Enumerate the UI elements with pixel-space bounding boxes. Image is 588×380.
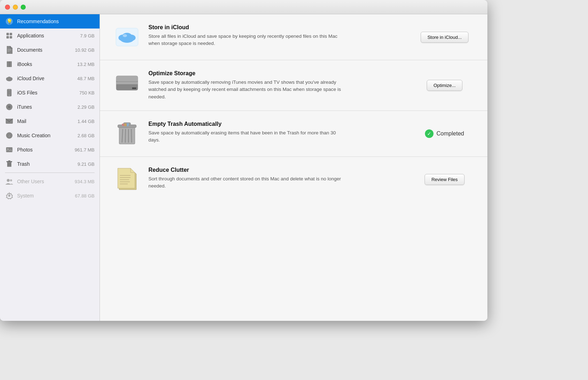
sidebar-size-icloud-drive: 48.7 MB	[77, 76, 95, 81]
reduce-clutter-action: Review Files	[416, 174, 473, 185]
reduce-clutter-description: Sort through documents and other content…	[148, 175, 348, 190]
svg-text:💡: 💡	[6, 19, 13, 25]
empty-trash-description: Save space by automatically erasing item…	[148, 129, 348, 144]
icloud-button[interactable]: Store in iCloud...	[421, 32, 468, 43]
svg-point-16	[9, 95, 10, 96]
icloud-body: Store in iCloudStore all files in iCloud…	[148, 24, 407, 47]
sidebar-size-other-users: 934.3 MB	[75, 179, 95, 184]
sidebar-label-recommendations: Recommendations	[17, 19, 95, 24]
optimize-description: Save space by automatically removing iTu…	[148, 79, 348, 101]
sidebar-size-ibooks: 13.2 MB	[77, 62, 95, 67]
sidebar-size-trash: 9.21 GB	[77, 161, 95, 167]
completed-label: Completed	[436, 130, 464, 137]
svg-rect-49	[134, 88, 135, 89]
sidebar-item-music-creation[interactable]: ♪Music Creation2.68 GB	[0, 128, 100, 143]
sidebar-size-ios-files: 750 KB	[79, 90, 95, 96]
sidebar-size-system: 67.88 GB	[75, 193, 95, 199]
optimize-action: Optimize...	[416, 80, 473, 91]
sidebar-label-photos: Photos	[17, 147, 75, 153]
empty-trash-body: Empty Trash AutomaticallySave space by a…	[148, 121, 407, 144]
optimize-body: Optimize StorageSave space by automatica…	[148, 70, 407, 101]
checkmark-icon: ✓	[425, 129, 434, 138]
sidebar-label-ibooks: iBooks	[17, 61, 77, 67]
main-layout: 💡RecommendationsApplications7.9 GBDocume…	[0, 14, 487, 321]
app-icon	[5, 31, 14, 40]
svg-point-20	[9, 107, 10, 107]
sidebar-size-applications: 7.9 GB	[80, 33, 95, 38]
recommendation-reduce-clutter: Reduce ClutterSort through documents and…	[100, 157, 487, 202]
gear-icon	[5, 191, 14, 200]
sidebar-size-documents: 10.92 GB	[75, 47, 95, 53]
svg-rect-4	[6, 36, 9, 38]
sidebar-label-applications: Applications	[17, 33, 80, 38]
reduce-clutter-button[interactable]: Review Files	[425, 174, 465, 185]
close-button[interactable]	[5, 5, 10, 10]
svg-rect-3	[10, 33, 12, 35]
sidebar-item-documents[interactable]: Documents10.92 GB	[0, 43, 100, 57]
sidebar-label-documents: Documents	[17, 47, 75, 53]
svg-rect-24	[6, 147, 12, 152]
svg-rect-51	[119, 127, 135, 144]
sidebar-label-itunes: iTunes	[17, 104, 77, 110]
svg-rect-42	[116, 76, 138, 82]
sidebar-label-other-users: Other Users	[17, 179, 75, 184]
sidebar-item-applications[interactable]: Applications7.9 GB	[0, 29, 100, 43]
sidebar-item-other-users[interactable]: Other Users934.3 MB	[0, 174, 100, 189]
svg-point-34	[8, 195, 10, 197]
icloud-description: Store all files in iCloud and save space…	[148, 33, 348, 47]
sidebar-item-system[interactable]: System67.88 GB	[0, 189, 100, 203]
sidebar-divider	[5, 173, 95, 173]
sidebar-item-ibooks[interactable]: iBooks13.2 MB	[0, 57, 100, 71]
svg-rect-28	[8, 160, 10, 161]
sidebar-item-trash[interactable]: Trash9.21 GB	[0, 157, 100, 171]
sidebar: 💡RecommendationsApplications7.9 GBDocume…	[0, 14, 100, 321]
recommendation-icloud: Store in iCloudStore all files in iCloud…	[100, 14, 487, 60]
reduce-clutter-icon	[114, 167, 140, 192]
svg-point-14	[7, 77, 11, 79]
photos-icon	[5, 145, 14, 154]
window-controls	[5, 5, 26, 10]
optimize-icon	[114, 70, 140, 96]
reduce-clutter-title: Reduce Clutter	[148, 167, 407, 173]
svg-point-32	[7, 179, 10, 182]
minimize-button[interactable]	[13, 5, 18, 10]
completed-badge: ✓Completed	[425, 129, 464, 138]
icloud-icon	[114, 24, 140, 50]
svg-rect-2	[6, 33, 9, 35]
music-icon	[5, 103, 14, 111]
sidebar-label-system: System	[17, 193, 75, 199]
optimize-button[interactable]: Optimize...	[427, 80, 462, 91]
svg-point-33	[10, 179, 12, 181]
empty-trash-action: ✓Completed	[416, 129, 473, 138]
trash-icon	[5, 160, 14, 168]
svg-rect-43	[116, 82, 138, 84]
sidebar-item-icloud-drive[interactable]: iCloud Drive48.7 MB	[0, 71, 100, 86]
svg-rect-50	[135, 88, 136, 89]
sidebar-item-photos[interactable]: Photos961.7 MB	[0, 143, 100, 157]
icloud-action: Store in iCloud...	[416, 32, 473, 43]
svg-rect-48	[133, 88, 133, 89]
icloud-title: Store in iCloud	[148, 24, 407, 31]
svg-point-40	[123, 34, 127, 37]
maximize-button[interactable]	[21, 5, 26, 10]
title-bar	[0, 0, 487, 14]
phone-icon	[5, 88, 14, 97]
sidebar-label-mail: Mail	[17, 118, 77, 124]
sidebar-size-mail: 1.44 GB	[77, 119, 95, 124]
sidebar-size-music-creation: 2.68 GB	[77, 133, 95, 138]
sidebar-item-mail[interactable]: Mail1.44 GB	[0, 114, 100, 128]
sidebar-size-itunes: 2.29 GB	[77, 104, 95, 110]
recommendation-empty-trash: Empty Trash AutomaticallySave space by a…	[100, 111, 487, 157]
sidebar-item-itunes[interactable]: iTunes2.29 GB	[0, 100, 100, 114]
svg-text:♪: ♪	[9, 134, 10, 138]
sidebar-item-ios-files[interactable]: iOS Files750 KB	[0, 86, 100, 100]
svg-line-57	[131, 129, 132, 143]
sidebar-label-trash: Trash	[17, 161, 77, 167]
mail-icon	[5, 117, 14, 125]
sidebar-label-icloud-drive: iCloud Drive	[17, 76, 77, 81]
sidebar-item-recommendations[interactable]: 💡Recommendations	[0, 14, 100, 29]
recommendation-optimize: Optimize StorageSave space by automatica…	[100, 60, 487, 111]
content-area: Store in iCloudStore all files in iCloud…	[100, 14, 487, 321]
svg-rect-5	[10, 36, 12, 38]
cloud-icon	[5, 74, 14, 83]
